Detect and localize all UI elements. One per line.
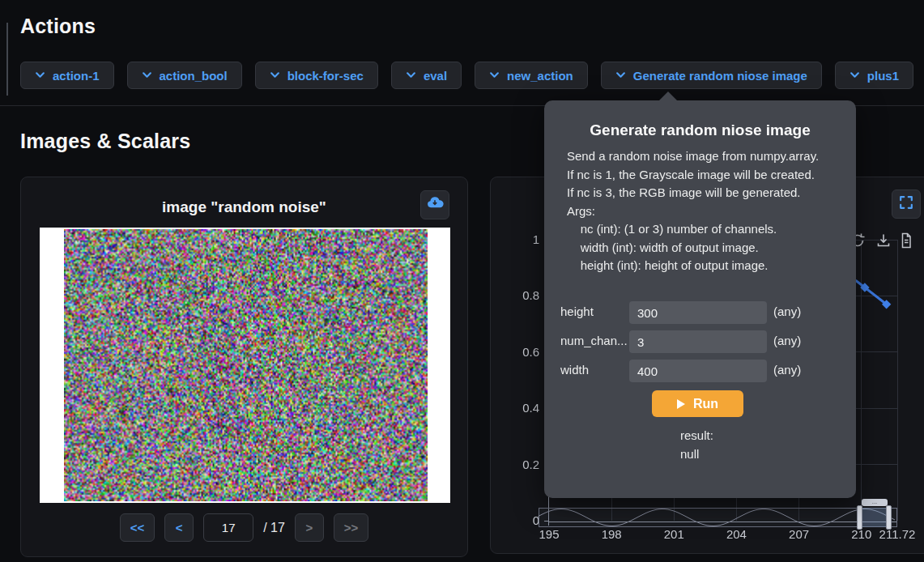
data-view-icon[interactable]: [897, 232, 915, 249]
chevron-down-icon: [849, 69, 860, 83]
result-value: null: [680, 445, 713, 463]
chevron-down-icon: [142, 69, 152, 83]
action-button-label: Generate random niose image: [633, 69, 807, 83]
field-type-hint: (any): [773, 334, 801, 347]
action-dropdown-button[interactable]: action-1: [20, 62, 114, 89]
popup-title: Generate random niose image: [544, 121, 856, 139]
action-dropdown-button[interactable]: plus1: [835, 62, 913, 89]
action-dropdown-button[interactable]: new_action: [475, 62, 588, 89]
chevron-down-icon: [35, 69, 45, 83]
first-page-button[interactable]: <<: [120, 513, 155, 542]
field-label: num_chan...: [560, 334, 627, 347]
random-noise-image: [64, 229, 428, 501]
fullscreen-icon: [898, 194, 914, 214]
action-dropdown-button[interactable]: Generate random niose image: [601, 62, 822, 89]
action-buttons-row: action-1 action_bool block-for-sec eval …: [20, 62, 924, 89]
prev-page-button[interactable]: <: [164, 513, 194, 542]
action-button-label: new_action: [507, 69, 573, 83]
cloud-download-icon: [426, 194, 444, 215]
next-page-button[interactable]: >: [295, 513, 324, 542]
action-run-popup: Generate random niose image Send a rando…: [544, 100, 856, 498]
chevron-down-icon: [270, 69, 280, 83]
images-section-title: Images & Scalars: [20, 130, 190, 153]
action-button-label: action_bool: [160, 69, 228, 83]
chevron-down-icon: [615, 69, 626, 83]
popup-field-row: num_chan... (any): [544, 330, 856, 353]
chevron-down-icon: [489, 69, 500, 83]
page-number-input[interactable]: [203, 513, 253, 542]
field-value-input[interactable]: [629, 360, 767, 382]
image-card: image "random noise" << < / 17 > >>: [20, 177, 468, 557]
field-value-input[interactable]: [629, 330, 767, 353]
run-button[interactable]: Run: [652, 390, 743, 417]
action-button-label: plus1: [867, 69, 899, 83]
field-label: height: [560, 304, 627, 318]
popup-description: Send a random noise image from numpy.arr…: [567, 147, 842, 275]
popup-field-row: width (any): [544, 360, 856, 382]
run-button-label: Run: [693, 397, 718, 411]
actions-section-title: Actions: [20, 15, 96, 38]
play-icon: [677, 399, 685, 409]
image-card-title: image "random noise": [21, 198, 467, 216]
action-dropdown-button[interactable]: eval: [391, 62, 462, 89]
field-type-hint: (any): [773, 363, 801, 377]
action-dropdown-button[interactable]: action_bool: [127, 62, 242, 89]
noise-image-frame: [40, 228, 450, 503]
image-download-button[interactable]: [420, 190, 449, 219]
scrollbar-thumb[interactable]: [6, 23, 8, 96]
field-label: width: [560, 363, 627, 377]
action-button-label: eval: [424, 69, 447, 83]
popup-result: result: null: [680, 426, 713, 463]
image-pagination: << < / 17 > >>: [21, 513, 467, 542]
action-button-label: block-for-sec: [287, 69, 364, 83]
dashboard-page: Actions action-1 action_bool block-for-s…: [0, 0, 924, 562]
field-value-input[interactable]: [629, 301, 767, 324]
chevron-down-icon: [406, 69, 416, 83]
page-total-label: / 17: [263, 521, 285, 535]
action-dropdown-button[interactable]: block-for-sec: [255, 62, 378, 89]
field-type-hint: (any): [773, 304, 801, 318]
action-button-label: action-1: [53, 69, 100, 83]
download-icon[interactable]: [875, 232, 892, 249]
chart-fullscreen-button[interactable]: [892, 189, 921, 219]
popup-arrow: [659, 92, 677, 100]
last-page-button[interactable]: >>: [334, 513, 369, 542]
popup-field-row: height (any): [544, 301, 856, 324]
result-label: result:: [680, 426, 713, 445]
